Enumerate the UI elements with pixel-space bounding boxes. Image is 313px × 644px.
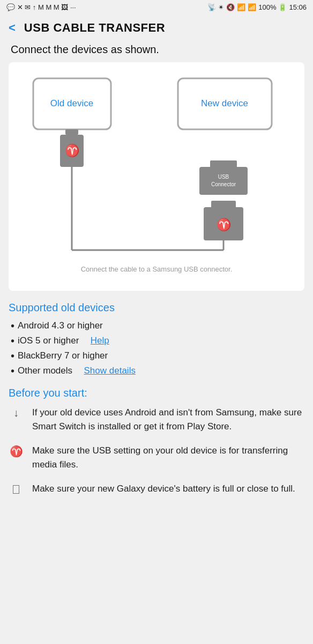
bullet-icon: • — [11, 335, 14, 346]
clock: 15:06 — [289, 3, 307, 11]
svg-rect-14 — [211, 201, 236, 208]
list-item: • iOS 5 or higher Help — [11, 335, 304, 346]
page-header: < USB CABLE TRANSFER — [0, 14, 313, 43]
list-item: • Android 4.3 or higher — [11, 320, 304, 331]
ios-help-link[interactable]: Help — [91, 335, 109, 346]
ios-item: iOS 5 or higher — [18, 335, 79, 346]
android-item: Android 4.3 or higher — [18, 320, 103, 331]
list-item: • Other models Show details — [11, 365, 304, 376]
bullet-icon: • — [11, 350, 14, 361]
svg-text:Connect the cable to a Samsung: Connect the cable to a Samsung USB conne… — [81, 265, 233, 273]
instruction-text-3: Make sure your new Galaxy device's batte… — [32, 482, 304, 496]
cast-icon: 📡 — [207, 3, 216, 11]
signal-icon: 📶 — [248, 3, 256, 11]
battery-clip-icon: ⎕ — [9, 483, 24, 495]
status-icons: 💬 ✕ ✉ ↑ M M M 🖼 ··· — [6, 3, 76, 11]
supported-devices-section: Supported old devices • Android 4.3 or h… — [9, 302, 304, 376]
svg-rect-11 — [210, 160, 237, 168]
svg-rect-10 — [199, 167, 248, 195]
instruction-item-1: ↓ If your old device uses Android and is… — [9, 406, 304, 433]
connect-label: Connect the devices as shown. — [9, 43, 304, 56]
battery-percent: 100% — [258, 3, 276, 11]
svg-text:♈: ♈ — [217, 217, 232, 232]
diagram-box: Old device New device ♈ — [9, 62, 304, 291]
instruction-item-3: ⎕ Make sure your new Galaxy device's bat… — [9, 482, 304, 496]
page-title: USB CABLE TRANSFER — [24, 21, 165, 35]
svg-rect-4 — [65, 129, 78, 135]
back-button[interactable]: < — [4, 19, 20, 37]
bullet-icon: • — [11, 365, 14, 376]
mute-icon: 🔇 — [226, 3, 235, 11]
supported-list: • Android 4.3 or higher • iOS 5 or highe… — [9, 320, 304, 376]
status-right-icons: 📡 ✴ 🔇 📶 📶 100% 🔋 15:06 — [207, 3, 307, 11]
usb-diagram: Old device New device ♈ — [17, 73, 296, 282]
usb-symbol-icon: ♈ — [9, 445, 24, 458]
blackberry-item: BlackBerry 7 or higher — [18, 350, 108, 361]
svg-text:Old device: Old device — [50, 98, 93, 108]
show-details-link[interactable]: Show details — [84, 365, 136, 376]
battery-icon: 🔋 — [278, 3, 287, 11]
svg-text:Connector: Connector — [211, 181, 236, 187]
supported-title: Supported old devices — [9, 302, 304, 314]
list-item: • BlackBerry 7 or higher — [11, 350, 304, 361]
instruction-item-2: ♈ Make sure the USB setting on your old … — [9, 444, 304, 471]
svg-text:♈: ♈ — [65, 143, 80, 158]
main-content: Connect the devices as shown. Old device… — [0, 43, 313, 496]
svg-text:New device: New device — [201, 98, 248, 108]
wifi-icon: 📶 — [237, 3, 245, 11]
status-bar: 💬 ✕ ✉ ↑ M M M 🖼 ··· 📡 ✴ 🔇 📶 📶 100% 🔋 15:… — [0, 0, 313, 14]
instruction-text-2: Make sure the USB setting on your old de… — [32, 444, 304, 471]
download-icon: ↓ — [9, 407, 24, 419]
bluetooth-icon: ✴ — [218, 3, 224, 11]
other-models-item: Other models — [18, 365, 72, 376]
before-start-section: Before you start: ↓ If your old device u… — [9, 387, 304, 496]
before-start-title: Before you start: — [9, 387, 304, 399]
diagram-svg: Old device New device ♈ — [17, 73, 296, 282]
notification-icons: 💬 ✕ ✉ ↑ M M M 🖼 ··· — [6, 3, 76, 11]
svg-text:USB: USB — [218, 174, 229, 180]
bullet-icon: • — [11, 320, 14, 331]
instruction-text-1: If your old device uses Android and isn'… — [32, 406, 304, 433]
